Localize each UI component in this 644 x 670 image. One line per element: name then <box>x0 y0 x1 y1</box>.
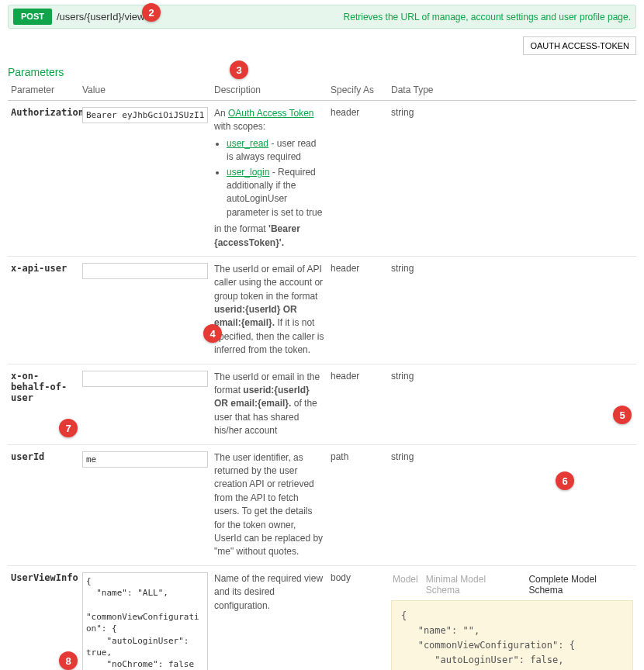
http-method-badge: POST <box>13 9 52 25</box>
param-row-user-view-info: UserViewInfo Content-Type: application/j… <box>8 565 636 670</box>
parameters-heading: Parameters <box>8 66 636 78</box>
specify-as: path <box>327 444 388 565</box>
data-type: string <box>388 256 636 364</box>
oauth-access-token-button[interactable]: OAUTH ACCESS-TOKEN <box>523 36 636 55</box>
specify-as: body <box>327 565 388 670</box>
data-type: string <box>388 364 636 444</box>
scope-user-read-link[interactable]: user_read <box>227 138 268 149</box>
desc-text: The user identifier, as returned by the … <box>211 444 327 565</box>
desc-text: Name of the required view and its desire… <box>211 565 327 670</box>
model-schema-box[interactable]: { "name": "", "commonViewConfiguration":… <box>391 600 633 670</box>
tab-complete-model-schema[interactable]: Complete Model Schema <box>527 572 633 597</box>
data-type: string <box>388 444 636 565</box>
param-name: x-api-user <box>11 263 67 274</box>
param-row-user-id: userId The user identifier, as returned … <box>8 444 636 565</box>
param-name: x-on-behalf-of-user <box>11 371 67 403</box>
x-api-user-input[interactable] <box>82 263 208 279</box>
tab-minimal-model-schema[interactable]: Minimal Model Schema <box>424 572 523 597</box>
scope-user-login-link[interactable]: user_login <box>227 167 269 178</box>
specify-as: header <box>327 256 388 364</box>
col-parameter: Parameter <box>8 81 79 101</box>
desc-text: An <box>214 108 228 119</box>
operation-header[interactable]: POST /users/{userId}/views Retrieves the… <box>8 5 636 29</box>
col-specify-as: Specify As <box>327 81 388 101</box>
specify-as: header <box>327 364 388 444</box>
param-name: UserViewInfo <box>11 572 78 583</box>
operation-summary: Retrieves the URL of manage, account set… <box>344 12 631 22</box>
desc-text: The userId or email of API caller using … <box>214 264 323 302</box>
desc-text: in the format <box>214 223 268 234</box>
oauth-access-token-link[interactable]: OAuth Access Token <box>228 108 314 119</box>
specify-as: header <box>327 101 388 257</box>
schema-tabs: Model Minimal Model Schema Complete Mode… <box>391 572 633 597</box>
tab-model[interactable]: Model <box>391 572 420 597</box>
user-view-info-body-input[interactable] <box>82 572 208 670</box>
user-id-input[interactable] <box>82 451 208 468</box>
col-description: Description <box>211 81 327 101</box>
param-name: Authorization <box>11 107 84 118</box>
desc-text: with scopes: <box>214 121 265 132</box>
param-row-x-on-behalf: x-on-behalf-of-user The userId or email … <box>8 364 636 444</box>
param-row-x-api-user: x-api-user The userId or email of API ca… <box>8 256 636 364</box>
x-on-behalf-input[interactable] <box>82 371 208 387</box>
param-name: userId <box>11 451 44 462</box>
col-value: Value <box>79 81 211 101</box>
col-data-type: Data Type <box>388 81 636 101</box>
param-row-authorization: Authorization An OAuth Access Token with… <box>8 101 636 257</box>
parameters-table: Parameter Value Description Specify As D… <box>8 81 636 670</box>
authorization-input[interactable] <box>82 107 208 123</box>
operation-path: /users/{userId}/views <box>57 11 150 22</box>
data-type: string <box>388 101 636 257</box>
